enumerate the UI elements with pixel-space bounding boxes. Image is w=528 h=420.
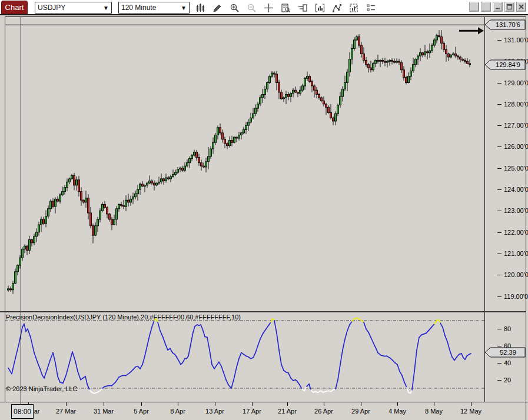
time-tick-label: 8 Apr	[170, 408, 185, 415]
price-tick	[497, 125, 502, 126]
last-price-badge: 129.84'9	[484, 59, 526, 70]
time-tick-label: 5 Apr	[134, 408, 149, 415]
price-tick-label: 126.00'0	[504, 143, 528, 150]
price-tick-label: 120.00'0	[504, 271, 528, 278]
price-tick-label: 122.00'0	[504, 229, 528, 236]
indicator-tick-label: 40	[504, 359, 511, 366]
price-tick	[497, 232, 502, 233]
panel-splitter[interactable]	[0, 311, 526, 312]
price-tick	[497, 275, 502, 275]
indicator-tick	[497, 363, 502, 364]
chart-root: PrecisionDecisionIndex(USDJPY (120 Minut…	[0, 0, 528, 420]
price-tick-label: 124.00'0	[504, 186, 528, 193]
time-tick	[324, 402, 324, 406]
badge-value: 52.39	[492, 347, 524, 358]
cursor-vertical-line	[21, 16, 21, 418]
time-tick-label: 29 Apr	[351, 408, 370, 415]
price-tick	[497, 104, 502, 105]
time-tick	[252, 402, 253, 406]
price-tick-label: 131.00'0	[504, 36, 528, 44]
time-tick-label: 27 Mar	[56, 408, 76, 415]
indicator-tick	[497, 346, 502, 346]
time-tick-label: 26 Apr	[314, 408, 333, 415]
time-tick-label: 21 Apr	[278, 408, 297, 415]
time-tick	[397, 402, 398, 406]
price-panel-candles-svg[interactable]	[5, 16, 484, 311]
time-tick	[66, 402, 67, 406]
price-tick	[497, 83, 502, 84]
time-tick-label: 17 Apr	[243, 408, 261, 415]
indicator-label: PrecisionDecisionIndex(USDJPY (120 Minut…	[6, 314, 241, 321]
indicator-tick-label: 80	[504, 325, 511, 332]
axis-right-border	[526, 16, 526, 420]
indicator-tick-label: 20	[504, 376, 511, 384]
price-tick	[497, 189, 502, 190]
indicator-tick	[497, 329, 502, 329]
price-tick	[497, 254, 502, 254]
price-tick-label: 119.00'0	[504, 293, 528, 300]
price-tick-label: 127.00'0	[504, 122, 528, 129]
price-tick	[497, 211, 502, 211]
time-tick-label: 13 Apr	[205, 408, 224, 415]
time-tick	[215, 402, 215, 406]
plot-left-border	[5, 16, 5, 402]
time-tick	[434, 402, 434, 406]
time-axis-separator	[0, 402, 528, 402]
indicator-value-badge: 52.39	[484, 347, 526, 358]
time-tick-label: 12 May	[460, 408, 481, 415]
price-line-badge: 131.70'6	[484, 19, 526, 30]
badge-value: 131.70'6	[492, 19, 524, 30]
time-tick	[178, 402, 178, 406]
price-tick-label: 121.00'0	[504, 250, 528, 257]
badge-value: 129.84'9	[492, 59, 524, 70]
price-tick-label: 123.00'0	[504, 207, 528, 214]
price-tick-label: 125.00'0	[504, 165, 528, 172]
price-tick	[497, 40, 502, 41]
price-tick	[497, 146, 502, 147]
time-tick	[361, 402, 361, 406]
plot-right-border	[484, 16, 485, 402]
plot-top-border	[5, 16, 526, 17]
indicator-tick	[497, 380, 502, 381]
time-tick-label: 8 May	[425, 408, 443, 415]
price-tick-label: 128.00'0	[504, 101, 528, 108]
price-tick-label: 129.00'0	[504, 79, 528, 86]
time-tick-label: 31 Mar	[94, 408, 114, 415]
price-tick	[497, 296, 502, 297]
copyright-text: © 2023 NinjaTrader, LLC	[6, 385, 77, 392]
time-tick	[104, 402, 104, 406]
time-tick	[287, 402, 288, 406]
cursor-time-badge: 08:00	[11, 404, 34, 419]
price-tick	[497, 168, 502, 169]
time-tick	[471, 402, 471, 406]
ninjatrader-chart-window: Chart USDJPY ▼ 120 Minute ▼	[0, 0, 528, 420]
time-tick-label: 4 May	[388, 408, 406, 415]
time-tick	[141, 402, 142, 406]
